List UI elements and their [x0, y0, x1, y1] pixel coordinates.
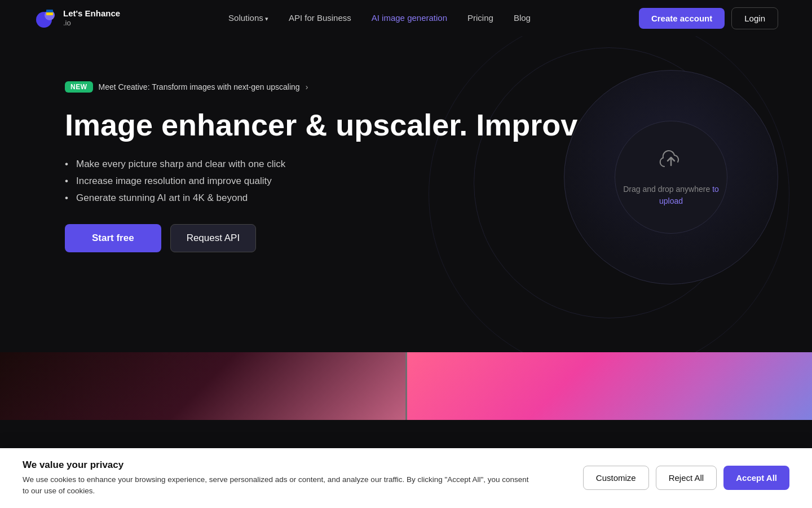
cookie-description: We use cookies to enhance your browsing … [23, 474, 530, 497]
nav-links: Solutions API for Business AI image gene… [228, 13, 531, 23]
badge-arrow-icon: › [306, 82, 308, 91]
cookie-title: We value your privacy [23, 459, 530, 471]
upload-text-main: Drag and drop anywhere [623, 185, 710, 194]
hero-title-text: Image enhancer & upscaler. Improve yo [65, 108, 638, 142]
nav-link-api[interactable]: API for Business [289, 13, 351, 23]
preview-left-image [0, 352, 405, 420]
nav-link-pricing[interactable]: Pricing [467, 13, 493, 23]
nav-link-blog[interactable]: Blog [514, 13, 531, 23]
upload-inner-circle: Drag and drop anywhere to upload [615, 121, 727, 234]
new-badge: NEW [65, 81, 93, 93]
login-button[interactable]: Login [731, 7, 778, 29]
svg-rect-3 [46, 12, 53, 15]
cookie-text-block: We value your privacy We use cookies to … [23, 459, 530, 497]
logo-icon [34, 6, 58, 30]
request-api-button[interactable]: Request API [170, 224, 257, 252]
nav-item-pricing[interactable]: Pricing [467, 13, 493, 23]
navbar: Let's Enhance .io Solutions API for Busi… [0, 0, 812, 36]
hero-buttons: Start free Request API [65, 224, 460, 252]
upload-text: Drag and drop anywhere to upload [615, 183, 727, 207]
preview-right-image [407, 352, 813, 420]
logo-name: Let's Enhance [63, 8, 120, 19]
bullet-1: Make every picture sharp and clear with … [65, 159, 460, 170]
hero-section: NEW Meet Creative: Transform images with… [0, 36, 812, 352]
nav-link-ai-image[interactable]: AI image generation [372, 13, 447, 23]
logo[interactable]: Let's Enhance .io [34, 6, 120, 30]
nav-item-ai-image[interactable]: AI image generation [372, 13, 447, 23]
new-badge-row: NEW Meet Creative: Transform images with… [65, 81, 460, 93]
accept-all-button[interactable]: Accept All [723, 466, 789, 490]
svg-rect-2 [46, 10, 53, 12]
hero-right: Drag and drop anywhere to upload [564, 59, 778, 307]
bullet-3: Generate stunning AI art in 4K & beyond [65, 192, 460, 204]
bullet-2: Increase image resolution and improve qu… [65, 176, 460, 187]
hero-bullets: Make every picture sharp and clear with … [65, 159, 460, 204]
cookie-actions: Customize Reject All Accept All [583, 466, 789, 490]
start-free-button[interactable]: Start free [65, 224, 161, 252]
nav-link-solutions[interactable]: Solutions [228, 13, 268, 23]
nav-actions: Create account Login [639, 7, 778, 29]
nav-item-solutions[interactable]: Solutions [228, 13, 268, 23]
logo-text: Let's Enhance .io [63, 8, 120, 28]
create-account-button[interactable]: Create account [639, 8, 725, 29]
reject-all-button[interactable]: Reject All [656, 466, 717, 490]
hero-left: NEW Meet Creative: Transform images with… [65, 70, 460, 252]
upload-drop-zone[interactable]: Drag and drop anywhere to upload [564, 70, 778, 284]
cookie-banner: We value your privacy We use cookies to … [0, 448, 812, 509]
preview-section [0, 352, 812, 420]
hero-title: Image enhancer & upscaler. Improve yo [65, 108, 460, 143]
new-badge-text: Meet Creative: Transform images with nex… [99, 82, 300, 91]
customize-button[interactable]: Customize [583, 466, 649, 490]
upload-cloud-icon [657, 147, 685, 177]
logo-sub: .io [63, 19, 120, 28]
nav-item-api[interactable]: API for Business [289, 13, 351, 23]
nav-item-blog[interactable]: Blog [514, 13, 531, 23]
